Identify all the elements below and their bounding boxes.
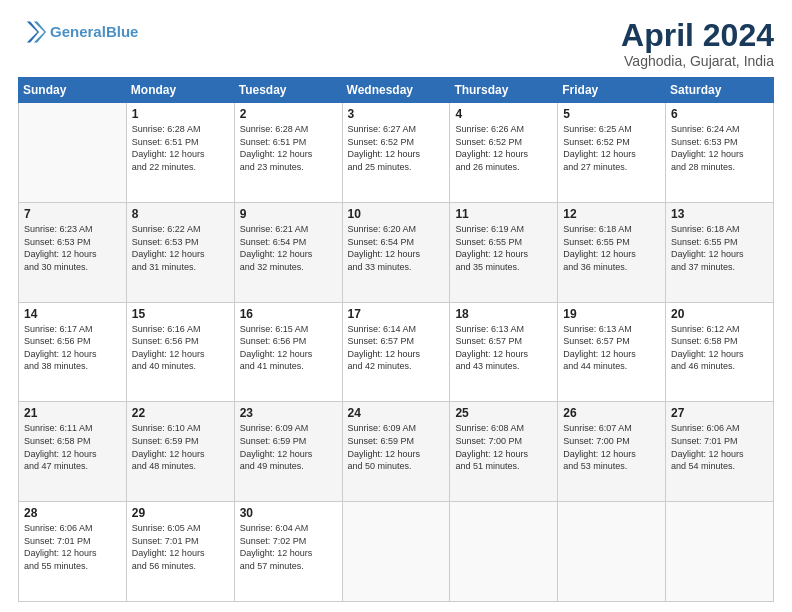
table-row: 15Sunrise: 6:16 AM Sunset: 6:56 PM Dayli…: [126, 302, 234, 402]
day-number: 22: [132, 406, 229, 420]
table-row: [342, 502, 450, 602]
day-info: Sunrise: 6:04 AM Sunset: 7:02 PM Dayligh…: [240, 522, 337, 572]
day-number: 9: [240, 207, 337, 221]
day-number: 6: [671, 107, 768, 121]
calendar-week-row: 1Sunrise: 6:28 AM Sunset: 6:51 PM Daylig…: [19, 103, 774, 203]
table-row: 30Sunrise: 6:04 AM Sunset: 7:02 PM Dayli…: [234, 502, 342, 602]
day-info: Sunrise: 6:15 AM Sunset: 6:56 PM Dayligh…: [240, 323, 337, 373]
day-number: 24: [348, 406, 445, 420]
day-info: Sunrise: 6:12 AM Sunset: 6:58 PM Dayligh…: [671, 323, 768, 373]
table-row: 19Sunrise: 6:13 AM Sunset: 6:57 PM Dayli…: [558, 302, 666, 402]
table-row: 29Sunrise: 6:05 AM Sunset: 7:01 PM Dayli…: [126, 502, 234, 602]
table-row: 2Sunrise: 6:28 AM Sunset: 6:51 PM Daylig…: [234, 103, 342, 203]
day-info: Sunrise: 6:09 AM Sunset: 6:59 PM Dayligh…: [240, 422, 337, 472]
table-row: 3Sunrise: 6:27 AM Sunset: 6:52 PM Daylig…: [342, 103, 450, 203]
table-row: 26Sunrise: 6:07 AM Sunset: 7:00 PM Dayli…: [558, 402, 666, 502]
day-info: Sunrise: 6:18 AM Sunset: 6:55 PM Dayligh…: [563, 223, 660, 273]
calendar-table: Sunday Monday Tuesday Wednesday Thursday…: [18, 77, 774, 602]
day-number: 13: [671, 207, 768, 221]
table-row: 23Sunrise: 6:09 AM Sunset: 6:59 PM Dayli…: [234, 402, 342, 502]
logo: GeneralBlue: [18, 18, 138, 46]
col-monday: Monday: [126, 78, 234, 103]
day-number: 28: [24, 506, 121, 520]
day-number: 1: [132, 107, 229, 121]
day-info: Sunrise: 6:22 AM Sunset: 6:53 PM Dayligh…: [132, 223, 229, 273]
day-number: 2: [240, 107, 337, 121]
day-number: 11: [455, 207, 552, 221]
col-tuesday: Tuesday: [234, 78, 342, 103]
table-row: 8Sunrise: 6:22 AM Sunset: 6:53 PM Daylig…: [126, 202, 234, 302]
table-row: 20Sunrise: 6:12 AM Sunset: 6:58 PM Dayli…: [666, 302, 774, 402]
day-info: Sunrise: 6:07 AM Sunset: 7:00 PM Dayligh…: [563, 422, 660, 472]
day-number: 15: [132, 307, 229, 321]
day-number: 14: [24, 307, 121, 321]
table-row: 24Sunrise: 6:09 AM Sunset: 6:59 PM Dayli…: [342, 402, 450, 502]
table-row: 14Sunrise: 6:17 AM Sunset: 6:56 PM Dayli…: [19, 302, 127, 402]
logo-text: GeneralBlue: [50, 24, 138, 41]
table-row: 11Sunrise: 6:19 AM Sunset: 6:55 PM Dayli…: [450, 202, 558, 302]
table-row: [450, 502, 558, 602]
table-row: 1Sunrise: 6:28 AM Sunset: 6:51 PM Daylig…: [126, 103, 234, 203]
day-number: 5: [563, 107, 660, 121]
day-number: 16: [240, 307, 337, 321]
calendar-week-row: 7Sunrise: 6:23 AM Sunset: 6:53 PM Daylig…: [19, 202, 774, 302]
day-info: Sunrise: 6:23 AM Sunset: 6:53 PM Dayligh…: [24, 223, 121, 273]
day-number: 17: [348, 307, 445, 321]
table-row: [558, 502, 666, 602]
day-info: Sunrise: 6:28 AM Sunset: 6:51 PM Dayligh…: [132, 123, 229, 173]
day-number: 12: [563, 207, 660, 221]
day-info: Sunrise: 6:18 AM Sunset: 6:55 PM Dayligh…: [671, 223, 768, 273]
svg-marker-0: [34, 22, 46, 43]
calendar-header-row: Sunday Monday Tuesday Wednesday Thursday…: [19, 78, 774, 103]
day-number: 27: [671, 406, 768, 420]
day-number: 18: [455, 307, 552, 321]
table-row: [19, 103, 127, 203]
day-number: 21: [24, 406, 121, 420]
calendar-week-row: 21Sunrise: 6:11 AM Sunset: 6:58 PM Dayli…: [19, 402, 774, 502]
day-info: Sunrise: 6:19 AM Sunset: 6:55 PM Dayligh…: [455, 223, 552, 273]
day-info: Sunrise: 6:16 AM Sunset: 6:56 PM Dayligh…: [132, 323, 229, 373]
table-row: 22Sunrise: 6:10 AM Sunset: 6:59 PM Dayli…: [126, 402, 234, 502]
table-row: 21Sunrise: 6:11 AM Sunset: 6:58 PM Dayli…: [19, 402, 127, 502]
day-info: Sunrise: 6:06 AM Sunset: 7:01 PM Dayligh…: [671, 422, 768, 472]
day-number: 10: [348, 207, 445, 221]
table-row: 4Sunrise: 6:26 AM Sunset: 6:52 PM Daylig…: [450, 103, 558, 203]
table-row: 6Sunrise: 6:24 AM Sunset: 6:53 PM Daylig…: [666, 103, 774, 203]
table-row: 27Sunrise: 6:06 AM Sunset: 7:01 PM Dayli…: [666, 402, 774, 502]
day-number: 25: [455, 406, 552, 420]
table-row: 10Sunrise: 6:20 AM Sunset: 6:54 PM Dayli…: [342, 202, 450, 302]
day-info: Sunrise: 6:27 AM Sunset: 6:52 PM Dayligh…: [348, 123, 445, 173]
logo-icon: [18, 18, 46, 46]
day-number: 20: [671, 307, 768, 321]
table-row: 5Sunrise: 6:25 AM Sunset: 6:52 PM Daylig…: [558, 103, 666, 203]
day-info: Sunrise: 6:14 AM Sunset: 6:57 PM Dayligh…: [348, 323, 445, 373]
table-row: 28Sunrise: 6:06 AM Sunset: 7:01 PM Dayli…: [19, 502, 127, 602]
day-number: 19: [563, 307, 660, 321]
day-info: Sunrise: 6:11 AM Sunset: 6:58 PM Dayligh…: [24, 422, 121, 472]
day-number: 23: [240, 406, 337, 420]
table-row: 16Sunrise: 6:15 AM Sunset: 6:56 PM Dayli…: [234, 302, 342, 402]
logo-general: General: [50, 23, 106, 40]
day-number: 30: [240, 506, 337, 520]
table-row: 18Sunrise: 6:13 AM Sunset: 6:57 PM Dayli…: [450, 302, 558, 402]
day-info: Sunrise: 6:17 AM Sunset: 6:56 PM Dayligh…: [24, 323, 121, 373]
day-info: Sunrise: 6:13 AM Sunset: 6:57 PM Dayligh…: [455, 323, 552, 373]
day-info: Sunrise: 6:24 AM Sunset: 6:53 PM Dayligh…: [671, 123, 768, 173]
table-row: 12Sunrise: 6:18 AM Sunset: 6:55 PM Dayli…: [558, 202, 666, 302]
day-info: Sunrise: 6:26 AM Sunset: 6:52 PM Dayligh…: [455, 123, 552, 173]
calendar-week-row: 14Sunrise: 6:17 AM Sunset: 6:56 PM Dayli…: [19, 302, 774, 402]
day-info: Sunrise: 6:21 AM Sunset: 6:54 PM Dayligh…: [240, 223, 337, 273]
col-sunday: Sunday: [19, 78, 127, 103]
day-info: Sunrise: 6:28 AM Sunset: 6:51 PM Dayligh…: [240, 123, 337, 173]
day-info: Sunrise: 6:25 AM Sunset: 6:52 PM Dayligh…: [563, 123, 660, 173]
table-row: 17Sunrise: 6:14 AM Sunset: 6:57 PM Dayli…: [342, 302, 450, 402]
day-number: 4: [455, 107, 552, 121]
location: Vaghodia, Gujarat, India: [621, 53, 774, 69]
table-row: 9Sunrise: 6:21 AM Sunset: 6:54 PM Daylig…: [234, 202, 342, 302]
col-saturday: Saturday: [666, 78, 774, 103]
header: GeneralBlue April 2024 Vaghodia, Gujarat…: [18, 18, 774, 69]
day-number: 8: [132, 207, 229, 221]
col-wednesday: Wednesday: [342, 78, 450, 103]
day-info: Sunrise: 6:05 AM Sunset: 7:01 PM Dayligh…: [132, 522, 229, 572]
day-number: 29: [132, 506, 229, 520]
